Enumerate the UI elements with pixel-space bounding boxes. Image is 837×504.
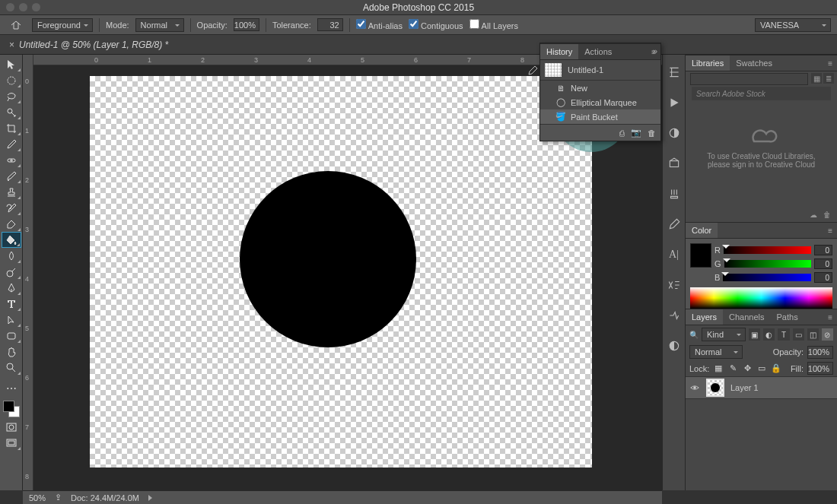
move-tool[interactable] (2, 56, 21, 72)
contiguous-checkbox[interactable]: Contiguous (409, 19, 463, 30)
color-swatches[interactable] (2, 399, 21, 419)
quickmask-toggle[interactable] (2, 419, 21, 435)
path-select-tool[interactable] (2, 312, 21, 328)
lock-all-icon[interactable]: 🔒 (771, 363, 781, 374)
b-value[interactable]: 0 (814, 272, 832, 283)
tab-paths[interactable]: Paths (771, 309, 804, 325)
layer-thumbnail[interactable] (706, 379, 724, 397)
play-icon[interactable] (667, 96, 681, 109)
history-document[interactable]: Untitled-1 (540, 60, 660, 81)
shape-tool[interactable] (2, 328, 21, 344)
paragraph-icon[interactable] (667, 278, 681, 292)
filter-adjust-icon[interactable]: ◐ (763, 328, 775, 341)
properties-icon[interactable] (667, 339, 681, 353)
type-tool[interactable] (2, 296, 21, 312)
collapse-icon[interactable]: » (653, 46, 657, 55)
pen-tool[interactable] (2, 280, 21, 296)
quick-select-tool[interactable] (2, 104, 21, 120)
brush-presets-icon[interactable] (667, 217, 681, 231)
status-chevron-icon[interactable] (148, 495, 152, 501)
filter-toggle[interactable]: ⊘ (822, 328, 833, 341)
camera-icon[interactable]: 📷 (631, 128, 641, 138)
history-brush-source-icon[interactable] (525, 65, 540, 77)
marquee-tool[interactable] (2, 72, 21, 88)
lock-artboard-icon[interactable]: ▭ (756, 363, 767, 374)
window-zoom[interactable] (32, 3, 40, 11)
fill-value[interactable]: 100% (807, 362, 833, 375)
history-brush-tool[interactable] (2, 200, 21, 216)
lasso-tool[interactable] (2, 88, 21, 104)
libraries-dropdown[interactable] (690, 73, 808, 85)
history-state-marquee[interactable]: ◯Elliptical Marquee (540, 95, 660, 109)
adjustments-icon[interactable] (667, 126, 681, 140)
search-stock-input[interactable]: Search Adobe Stock (692, 87, 831, 100)
lock-position-icon[interactable]: ✥ (742, 363, 753, 374)
tab-history[interactable]: History (540, 44, 578, 59)
fill-dropdown[interactable]: Foreground (32, 18, 93, 32)
opacity-value[interactable]: 100% (234, 18, 259, 31)
list-view-icon[interactable]: ≣ (823, 73, 834, 84)
tab-color[interactable]: Color (686, 223, 718, 238)
crop-tool[interactable] (2, 120, 21, 136)
g-value[interactable]: 0 (814, 258, 832, 269)
blend-mode-dropdown[interactable]: Normal (689, 345, 743, 359)
panel-menu-icon[interactable]: ≡ (824, 227, 837, 235)
edit-toolbar[interactable]: ⋯ (2, 380, 21, 396)
grid-view-icon[interactable]: ▦ (811, 73, 822, 84)
tab-actions[interactable]: Actions (578, 44, 618, 59)
document-tab[interactable]: Untitled-1 @ 50% (Layer 1, RGB/8) * (0, 35, 177, 54)
share-icon[interactable]: ⇪ (55, 493, 62, 502)
info-icon[interactable] (667, 309, 681, 322)
history-state-paintbucket[interactable]: 🪣Paint Bucket (540, 109, 660, 124)
dodge-tool[interactable] (2, 264, 21, 280)
g-slider[interactable] (724, 260, 811, 268)
tolerance-value[interactable]: 32 (317, 18, 343, 31)
eraser-tool[interactable] (2, 216, 21, 232)
panel-menu-icon[interactable]: ≡ (824, 313, 837, 322)
tab-channels[interactable]: Channels (723, 309, 770, 325)
color-spectrum[interactable] (690, 287, 832, 309)
visibility-icon[interactable] (689, 382, 700, 393)
trash-icon[interactable]: 🗑 (823, 211, 831, 219)
window-close[interactable] (6, 3, 14, 11)
document-canvas[interactable] (90, 76, 592, 468)
window-minimize[interactable] (19, 3, 27, 11)
styles-icon[interactable] (667, 157, 681, 170)
healing-tool[interactable] (2, 152, 21, 168)
r-slider[interactable] (724, 246, 811, 254)
antialias-checkbox[interactable]: Anti-alias (356, 19, 403, 30)
history-state-new[interactable]: 🗎New (540, 81, 660, 95)
toggle-panels-icon[interactable] (667, 65, 681, 79)
filter-shape-icon[interactable]: ▭ (793, 328, 804, 341)
filter-pixel-icon[interactable]: ▣ (749, 328, 760, 341)
mode-dropdown[interactable]: Normal (135, 18, 184, 32)
zoom-value[interactable]: 50% (29, 493, 46, 502)
r-value[interactable]: 0 (814, 245, 832, 255)
blur-tool[interactable] (2, 248, 21, 264)
lock-pixels-icon[interactable]: ✎ (727, 363, 738, 374)
hand-tool[interactable] (2, 344, 21, 360)
layer-opacity-value[interactable]: 100% (807, 346, 833, 359)
color-swatch[interactable] (690, 243, 711, 268)
zoom-tool[interactable] (2, 360, 21, 376)
brushes-icon[interactable] (667, 187, 681, 201)
lock-transparent-icon[interactable]: ▦ (713, 363, 724, 374)
layer-name[interactable]: Layer 1 (730, 383, 759, 392)
b-slider[interactable] (723, 274, 811, 281)
brush-tool[interactable] (2, 168, 21, 184)
tool-preset-icon[interactable] (6, 17, 26, 33)
doc-size[interactable]: Doc: 24.4M/24.0M (71, 493, 139, 502)
trash-icon[interactable]: 🗑 (648, 128, 656, 138)
filter-smart-icon[interactable]: ◫ (807, 328, 819, 341)
layer-filter-dropdown[interactable]: Kind (702, 328, 746, 341)
filter-type-icon[interactable]: T (778, 328, 789, 341)
eyedropper-tool[interactable] (2, 136, 21, 152)
panel-menu-icon[interactable]: ≡ (824, 59, 837, 68)
tab-swatches[interactable]: Swatches (730, 55, 778, 71)
stamp-tool[interactable] (2, 184, 21, 200)
character-icon[interactable]: A| (667, 248, 681, 262)
workspace-dropdown[interactable]: VANESSA (755, 18, 831, 32)
screenmode-toggle[interactable] (2, 435, 21, 451)
layer-row[interactable]: Layer 1 (686, 376, 837, 399)
tab-libraries[interactable]: Libraries (686, 55, 730, 71)
